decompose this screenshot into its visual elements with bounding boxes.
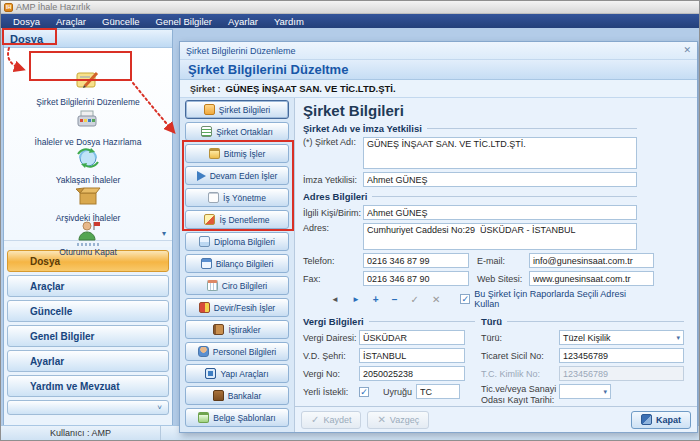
window-titlebar: IH AMP İhale Hazırlık: [1, 1, 700, 14]
tax-no-input[interactable]: [359, 366, 465, 381]
printer-icon: [73, 108, 103, 136]
calendar-grid-icon: [207, 280, 218, 291]
contact-input[interactable]: [363, 205, 637, 220]
record-add-icon[interactable]: +: [373, 295, 379, 305]
shortcut-arsivdeki-ihaleler[interactable]: Arşivdeki İhaleler: [4, 184, 172, 223]
table-icon: [204, 104, 215, 115]
fax-label: Fax:: [303, 274, 363, 284]
menu-bar: Dosya Araçlar Güncelle Genel Bilgiler Ay…: [1, 14, 700, 28]
dialog-titlebar[interactable]: Şirket Bilgilerini Düzenleme ✕: [180, 42, 697, 60]
nav-diploma-bilgileri[interactable]: Diploma Bilgileri: [185, 232, 289, 251]
use-selected-address-row: ✓ Bu Şirket İçin Raporlarda Seçili Adres…: [460, 289, 637, 309]
section-araclar[interactable]: Araçlar: [7, 275, 169, 297]
domestic-bidder-checkbox[interactable]: ✓: [359, 387, 369, 397]
tax-city-input[interactable]: [359, 348, 465, 363]
chevron-down-icon: ▾: [676, 334, 680, 342]
chevron-down-icon: ˅: [157, 403, 162, 412]
website-input[interactable]: [529, 271, 654, 286]
signer-input[interactable]: [363, 172, 637, 187]
contact-label: İlgili Kişi/Birim:: [303, 208, 363, 218]
nav-personel-bilgileri[interactable]: Personel Bilgileri: [185, 342, 289, 361]
close-icon[interactable]: ✕: [683, 46, 691, 55]
nav-bankalar[interactable]: Bankalar: [185, 386, 289, 405]
shortcut-sirket-bilgilerini-duzenleme[interactable]: Şirket Bilgilerini Düzenleme: [4, 70, 172, 107]
nav-yapi-araclari[interactable]: Yapı Araçları: [185, 364, 289, 383]
papers-icon: [199, 236, 210, 247]
nav-ciro-bilgileri[interactable]: Ciro Bilgileri: [185, 276, 289, 295]
group-company-caption: Şirket Adı ve İmza Yetkilisi: [303, 123, 637, 134]
menu-araclar[interactable]: Araçlar: [48, 14, 94, 28]
chamber-date-dropdown[interactable]: ▾: [559, 384, 611, 399]
nav-devir-fesih-isler[interactable]: Devir/Fesih İşler: [185, 298, 289, 317]
section-yardim-ve-mevzuat[interactable]: Yardım ve Mevzuat: [7, 375, 169, 397]
cancel-button[interactable]: ✕ Vazgeç: [367, 411, 429, 429]
save-button[interactable]: ✓ Kaydet: [301, 411, 361, 429]
trade-registry-input[interactable]: [559, 348, 684, 363]
nav-is-denetleme[interactable]: İş Denetleme: [185, 210, 289, 229]
record-delete-icon[interactable]: −: [392, 295, 398, 305]
chevron-down-icon: ▾: [603, 388, 607, 396]
arrow-right-icon: [197, 171, 206, 181]
record-next-icon[interactable]: ►: [352, 296, 360, 304]
section-guncelle[interactable]: Güncelle: [7, 300, 169, 322]
phone-label: Telefon:: [303, 256, 363, 266]
globe-refresh-icon: [73, 146, 103, 174]
tc-id-label: T.C. Kimlik No:: [481, 369, 559, 379]
nav-devam-eden-isler[interactable]: Devam Eden İşler: [185, 166, 289, 185]
application-window: IH AMP İhale Hazırlık Dosya Araçlar Günc…: [0, 0, 700, 441]
edit-icon: [204, 214, 215, 225]
trade-registry-label: Ticaret Sicil No:: [481, 351, 559, 361]
tax-office-label: Vergi Dairesi:: [303, 333, 359, 343]
menu-guncelle[interactable]: Güncelle: [94, 14, 148, 28]
close-button[interactable]: Kapat: [631, 411, 691, 429]
shortcut-ihaleler-ve-dosya-hazirlama[interactable]: İhaleler ve Dosya Hazırlama: [4, 108, 172, 147]
menu-yardim[interactable]: Yardım: [266, 14, 312, 28]
dialog-button-bar: ✓ Kaydet ✕ Vazgeç Kapat: [295, 406, 697, 432]
nav-is-yonetme[interactable]: İş Yönetme: [185, 188, 289, 207]
address-record-navigator: ◄ ► + − ✓ ✕: [331, 295, 440, 305]
group-tax-caption: Vergi Bilgileri: [303, 316, 475, 327]
record-prev-icon[interactable]: ◄: [331, 296, 339, 304]
menu-ayarlar[interactable]: Ayarlar: [220, 14, 266, 28]
address-label: Adres:: [303, 223, 363, 233]
address-input[interactable]: Cumhuriyet Caddesi No:29 ÜSKÜDAR - İSTAN…: [363, 223, 637, 250]
section-genel-bilgiler[interactable]: Genel Bilgiler: [7, 325, 169, 347]
menu-genel-bilgiler[interactable]: Genel Bilgiler: [148, 14, 221, 28]
tax-info-group: Vergi Bilgileri Vergi Dairesi: V.D. Şehr…: [303, 312, 475, 419]
type-dropdown[interactable]: Tüzel Kişilik ▾: [559, 330, 684, 345]
sidebar-header-dosya[interactable]: Dosya: [4, 30, 172, 48]
email-input[interactable]: [529, 253, 654, 268]
record-cancel-icon[interactable]: ✕: [432, 295, 440, 305]
company-name-input[interactable]: GÜNEŞ İNŞAAT SAN. VE TİC.LTD.ŞTİ.: [363, 137, 637, 169]
nav-istirakler[interactable]: İştirakler: [185, 320, 289, 339]
shortcut-yaklasan-ihaleler[interactable]: Yaklaşan İhaleler: [4, 146, 172, 185]
nav-bitmis-isler[interactable]: Bitmiş İşler: [185, 144, 289, 163]
shortcut-more-icon[interactable]: ▾: [162, 229, 166, 238]
record-confirm-icon[interactable]: ✓: [411, 295, 419, 305]
use-selected-address-checkbox[interactable]: ✓: [460, 294, 470, 304]
fax-input[interactable]: [363, 271, 469, 286]
type-group: Türü Türü: Tüzel Kişilik ▾ Ticaret Sicil…: [475, 312, 684, 419]
phone-input[interactable]: [363, 253, 469, 268]
nav-bilanco-bilgileri[interactable]: Bilanço Bilgileri: [185, 254, 289, 273]
document-icon: [208, 192, 219, 203]
shortcut-oturumu-kapat[interactable]: Oturumu Kapat: [4, 220, 172, 257]
menu-dosya[interactable]: Dosya: [5, 14, 48, 28]
section-ayarlar[interactable]: Ayarlar: [7, 350, 169, 372]
template-folder-icon: [198, 412, 209, 423]
company-value: GÜNEŞ İNŞAAT SAN. VE TİC.LTD.ŞTİ.: [226, 83, 396, 94]
dialog-company-row: Şirket : GÜNEŞ İNŞAAT SAN. VE TİC.LTD.ŞT…: [180, 80, 697, 98]
nav-sirket-bilgileri[interactable]: Şirket Bilgileri: [185, 100, 289, 119]
dialog-title: Şirket Bilgilerini Düzenleme: [186, 46, 296, 56]
exit-icon: [641, 414, 652, 425]
tax-office-input[interactable]: [359, 330, 465, 345]
company-name-label: (*) Şirket Adı:: [303, 137, 363, 147]
navigation-sidebar: Dosya Şirket Bilgilerini Düzenleme İhale…: [3, 29, 173, 426]
nationality-input[interactable]: [416, 384, 460, 399]
tax-no-label: Vergi No:: [303, 369, 359, 379]
edit-note-icon: [73, 70, 103, 96]
section-overflow[interactable]: ˅: [7, 400, 169, 415]
nav-sirket-ortaklari[interactable]: Şirket Ortakları: [185, 122, 289, 141]
nav-belge-sablonlari[interactable]: Belge Şablonları: [185, 408, 289, 427]
company-label: Şirket :: [190, 84, 221, 94]
